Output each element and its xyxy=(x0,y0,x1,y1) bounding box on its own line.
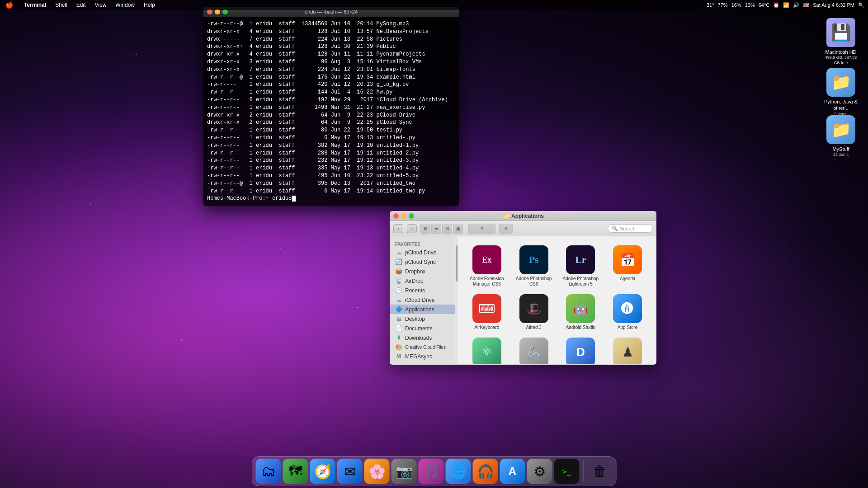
terminal-line-8: -rw-r---- 1 eridu staff 420 Jul 12 20:13… xyxy=(207,81,455,89)
sidebar-item-megasync[interactable]: M MEGAsync xyxy=(390,352,455,361)
chess-icon: ♟ xyxy=(613,338,642,364)
finder-titlebar: 📁 Applications xyxy=(390,211,656,221)
menu-view[interactable]: View xyxy=(93,2,108,8)
dock-trash[interactable]: 🗑 xyxy=(587,459,613,484)
finder-forward-button[interactable]: › xyxy=(407,224,417,233)
terminal-line-12: drwxr-xr-x 2 eridu staff 64 Jun 9 22:23 … xyxy=(207,112,455,119)
finder-icon-view[interactable]: ⊞ xyxy=(420,224,430,234)
menu-help[interactable]: Help xyxy=(142,2,157,8)
app-lr5[interactable]: Lr Adobe Photoshop Lightroom 5 xyxy=(559,244,603,289)
apple-menu[interactable]: 🍎 xyxy=(4,1,15,9)
android-studio-label: Android Studio xyxy=(566,325,596,330)
desktop-icon-mystuff[interactable]: 📁 MyStuff 22 items xyxy=(823,115,859,158)
dock-appstore[interactable]: A xyxy=(500,459,525,484)
sidebar-item-pcloud-sync[interactable]: 🔄 pCloud Sync xyxy=(390,257,455,267)
app-cdock[interactable]: D cDock xyxy=(559,336,603,364)
terminal-line-18: -rw-r--r-- 1 eridu staff 232 May 17 19:1… xyxy=(207,157,455,164)
finder-title: 📁 Applications xyxy=(502,212,544,219)
brightness-percent: 10% xyxy=(745,2,755,8)
desktop-icon-python-folder[interactable]: 📁 Python, Java & other... 9 items xyxy=(823,68,859,117)
temperature-display: 31° xyxy=(707,2,714,8)
dock-mail[interactable]: ✉ xyxy=(337,459,363,484)
sidebar-item-dropbox[interactable]: 📦 Dropbox xyxy=(390,267,455,276)
sidebar-item-desktop[interactable]: 🖥 Desktop xyxy=(390,314,455,324)
megasync-icon: M xyxy=(395,353,402,360)
sidebar-item-recents[interactable]: 🕐 Recents xyxy=(390,286,455,295)
dock-itunes[interactable]: 🎵 xyxy=(419,459,444,484)
dock-maps-icon: 🗺 xyxy=(283,459,308,484)
finder-minimize-button[interactable] xyxy=(401,213,406,219)
finder-window: 📁 Applications ‹ › ⊞ ☰ ⊟ ▦ ⇧ ⚙ 🔍 Search … xyxy=(390,211,656,365)
finder-main: Ex Adobe Extension Manager CS6 Ps Adobe … xyxy=(458,236,656,364)
dock-screenshot[interactable]: 📷 xyxy=(392,459,417,484)
ps-cs6-label: Adobe Photoshop CS6 xyxy=(516,276,552,287)
sidebar-item-pcloud-drive[interactable]: ☁ pCloud Drive xyxy=(390,248,455,257)
app-agenda[interactable]: 📅 Agenda xyxy=(606,244,649,289)
terminal-window: eridu — -bash — 80×24 -rw-r--r--@ 1 erid… xyxy=(203,7,459,206)
app-chess[interactable]: ♟ Chess xyxy=(606,336,649,364)
cpu-temp: 64°C xyxy=(759,2,770,8)
menu-edit[interactable]: Edit xyxy=(75,2,88,8)
alfred-label: Alfred 3 xyxy=(526,325,541,330)
app-alfred[interactable]: 🎩 Alfred 3 xyxy=(512,292,556,332)
sidebar-item-documents[interactable]: 📄 Documents xyxy=(390,324,455,333)
battery-percent: 77% xyxy=(718,2,728,8)
recents-icon: 🕐 xyxy=(395,287,402,294)
sidebar-item-creative-cloud[interactable]: 🎨 Creative Cloud Files xyxy=(390,343,455,352)
spotlight-icon[interactable]: 🔍 xyxy=(858,2,864,8)
dock-vox[interactable]: 🎧 xyxy=(473,459,498,484)
dock-safari[interactable]: 🧭 xyxy=(310,459,335,484)
dock-network[interactable]: 🌐 xyxy=(446,459,471,484)
desktop-icon-macintosh-hd[interactable]: 💾 Macintosh HD 499.9 GB, 387.82 GB free xyxy=(823,18,859,66)
terminal-line-1: drwxr-xr-x 4 eridu staff 128 Jul 10 13:5… xyxy=(207,28,455,36)
app-airkeyboard[interactable]: ⌨ AirKeyboard xyxy=(465,292,509,332)
finder-back-button[interactable]: ‹ xyxy=(393,224,403,233)
sidebar-section-favorites: Favorites xyxy=(390,240,455,248)
app-atom[interactable]: ⚛ Atom xyxy=(465,336,509,364)
sidebar-item-airdrop[interactable]: 📡 AirDrop xyxy=(390,276,455,286)
finder-list-view[interactable]: ☰ xyxy=(431,224,441,234)
terminal-line-0: -rw-r--r--@ 1 eridu staff 13344560 Jun 1… xyxy=(207,20,455,28)
mystuff-icon: 📁 xyxy=(826,115,855,144)
finder-close-button[interactable] xyxy=(393,213,399,219)
finder-action-button[interactable]: ⚙ xyxy=(499,224,513,234)
finder-share-button[interactable]: ⇧ xyxy=(468,224,495,234)
finder-maximize-button[interactable] xyxy=(409,213,414,219)
dock-sysprefs[interactable]: ⚙ xyxy=(527,459,552,484)
dock-maps[interactable]: 🗺 xyxy=(283,459,308,484)
dock-screenshot-icon: 📷 xyxy=(392,459,417,484)
terminal-line-15: -rw-r--r-- 1 eridu staff 0 May 17 19:13 … xyxy=(207,134,455,142)
pcloud-drive-icon: ☁ xyxy=(395,249,402,256)
dock-finder[interactable]: 🗂 xyxy=(256,459,281,484)
dock-terminal[interactable]: >_ xyxy=(554,459,580,484)
sidebar-item-applications[interactable]: 🔷 Applications xyxy=(390,305,455,314)
macintosh-hd-icon: 💾 xyxy=(826,18,855,47)
desktop: 🍎 Terminal Shell Edit View Window Help 3… xyxy=(0,0,868,488)
menu-terminal[interactable]: Terminal xyxy=(22,2,48,8)
dock-itunes-icon: 🎵 xyxy=(419,459,444,484)
finder-cover-view[interactable]: ▦ xyxy=(453,224,463,234)
menu-window[interactable]: Window xyxy=(113,2,137,8)
app-android-studio[interactable]: 🤖 Android Studio xyxy=(559,292,603,332)
finder-search-box[interactable]: 🔍 Search xyxy=(608,224,653,233)
app-automator[interactable]: 🦾 Automator xyxy=(512,336,556,364)
finder-column-view[interactable]: ⊟ xyxy=(442,224,452,234)
dock-separator xyxy=(583,460,584,482)
sidebar-scroll-thumb[interactable] xyxy=(456,245,458,282)
downloads-icon: ⬇ xyxy=(395,334,402,341)
ps-cs6-icon: Ps xyxy=(519,245,548,274)
terminal-line-13: drwxr-xr-x 2 eridu staff 64 Jun 9 22:25 … xyxy=(207,119,455,127)
terminal-body[interactable]: -rw-r--r--@ 1 eridu staff 13344560 Jun 1… xyxy=(203,17,459,206)
sidebar-scrollbar[interactable] xyxy=(455,236,458,364)
lr5-icon: Lr xyxy=(566,245,595,274)
dock-iphoto[interactable]: 🌸 xyxy=(364,459,390,484)
wifi-icon: 📶 xyxy=(783,2,789,8)
app-ps-cs6[interactable]: Ps Adobe Photoshop CS6 xyxy=(512,244,556,289)
app-app-store[interactable]: 🅐 App Store xyxy=(606,292,649,332)
sidebar-item-downloads[interactable]: ⬇ Downloads xyxy=(390,333,455,343)
menu-shell[interactable]: Shell xyxy=(53,2,69,8)
sidebar-item-icloud-drive[interactable]: ☁ iCloud Drive xyxy=(390,295,455,305)
terminal-line-16: -rw-r--r-- 1 eridu staff 382 May 17 19:1… xyxy=(207,142,455,150)
macintosh-hd-label: Macintosh HD 499.9 GB, 387.82 GB free xyxy=(823,49,859,66)
app-ae-cs6[interactable]: Ex Adobe Extension Manager CS6 xyxy=(465,244,509,289)
